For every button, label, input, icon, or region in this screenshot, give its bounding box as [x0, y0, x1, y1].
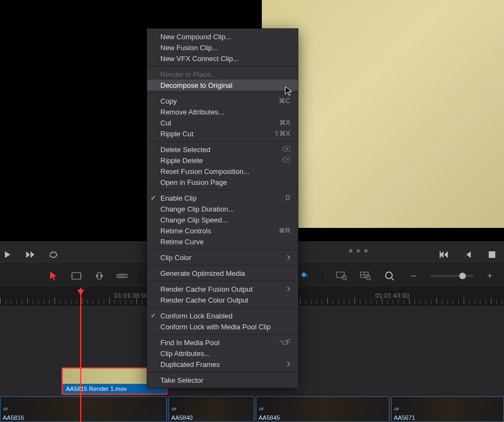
menu-item-label: Decompose to Original: [160, 81, 232, 89]
menu-item[interactable]: Delete Selected: [147, 144, 298, 155]
context-menu[interactable]: New Compound Clip...New Fusion Clip...Ne…: [147, 28, 298, 388]
menu-item-label: Ripple Cut: [160, 130, 194, 138]
menu-item-label: Generate Optimized Media: [160, 269, 245, 278]
menu-item-label: Retime Curve: [160, 238, 203, 246]
menu-item[interactable]: ✓Conform Lock Enabled: [147, 310, 298, 321]
menu-item: Render in Place...: [147, 69, 298, 80]
ripple-del-icon: [283, 156, 290, 164]
shortcut-label: D: [285, 194, 290, 202]
clip-name-label: AA5840: [171, 414, 193, 421]
timeline-clip[interactable]: AA5845: [256, 396, 389, 422]
menu-item-label: Retime Controls: [160, 227, 211, 235]
link-icon: [258, 406, 265, 414]
timecode-label: 01:01:43:00: [375, 292, 410, 299]
flag-icon[interactable]: [296, 268, 311, 284]
menu-item[interactable]: Cut⌘X: [147, 117, 298, 128]
check-icon: ✓: [151, 194, 156, 202]
toolbar-divider: [140, 269, 140, 283]
svg-rect-2: [72, 273, 81, 279]
menu-item-label: Render Cache Fusion Output: [160, 285, 253, 293]
menu-item-label: Render in Place...: [160, 70, 217, 79]
menu-item[interactable]: Duplicated Frames: [147, 359, 298, 370]
menu-item-label: Ripple Delete: [160, 156, 203, 165]
timeline-clip[interactable]: AA5671: [391, 396, 504, 422]
zoom-slider[interactable]: [430, 275, 473, 277]
menu-item[interactable]: Generate Optimized Media: [147, 268, 298, 279]
mouse-cursor-icon: [285, 86, 292, 96]
menu-item[interactable]: Render Cache Fusion Output: [147, 284, 298, 294]
zoom-out-icon[interactable]: −: [406, 268, 421, 284]
dynamic-trim-icon[interactable]: [92, 268, 107, 284]
menu-item[interactable]: New VFX Connect Clip...: [147, 53, 298, 64]
page-dots[interactable]: ‹›: [349, 249, 368, 252]
menu-item-label: Clip Attributes...: [160, 349, 210, 358]
timeline-clip[interactable]: AA5816: [0, 396, 167, 422]
menu-item[interactable]: ✓Enable ClipD: [147, 192, 298, 203]
chevron-right-icon: [287, 254, 290, 262]
timeline-clip[interactable]: AA5840: [169, 396, 254, 422]
link-icon: [171, 406, 177, 414]
play-icon[interactable]: [0, 247, 15, 262]
menu-item-label: New VFX Connect Clip...: [160, 55, 239, 63]
zoom-custom-icon[interactable]: [382, 268, 397, 284]
timecode-label: 01:01:39:00: [115, 292, 149, 299]
zoom-detail-icon[interactable]: [358, 268, 373, 284]
zoom-fit-icon[interactable]: [334, 268, 349, 284]
svg-rect-0: [440, 251, 441, 258]
svg-rect-5: [337, 272, 344, 278]
menu-item[interactable]: New Fusion Clip...: [147, 42, 298, 53]
menu-item[interactable]: Ripple Cut⇧⌘X: [147, 128, 298, 139]
menu-item-label: Take Selector: [160, 376, 203, 384]
menu-item-label: Open in Fusion Page: [160, 178, 227, 186]
menu-item[interactable]: Decompose to Original: [147, 80, 298, 91]
chevron-right-icon: [287, 360, 290, 369]
selection-tool-icon[interactable]: [46, 268, 61, 284]
menu-item[interactable]: Find In Media Pool⌥F: [147, 337, 298, 348]
menu-item-label: Change Clip Duration...: [160, 205, 234, 213]
menu-item[interactable]: Open in Fusion Page: [147, 177, 298, 188]
stop-icon[interactable]: [484, 247, 500, 262]
menu-item-label: Change Clip Speed...: [160, 216, 228, 224]
menu-item[interactable]: Change Clip Speed...: [147, 214, 298, 225]
shortcut-label: ⌘R: [279, 227, 290, 234]
menu-item[interactable]: Clip Color: [147, 252, 298, 263]
toolbar-divider: [322, 269, 323, 283]
menu-item[interactable]: Render Cache Color Output: [147, 294, 298, 305]
clip-name-label: AA5671: [394, 414, 415, 421]
next-icon[interactable]: [23, 247, 38, 262]
menu-item[interactable]: Retime Controls⌘R: [147, 225, 298, 236]
menu-item-label: Delete Selected: [160, 146, 211, 154]
menu-item-label: Duplicated Frames: [160, 360, 220, 369]
menu-item-label: Reset Fusion Composition...: [160, 167, 249, 176]
menu-item[interactable]: New Compound Clip...: [147, 31, 298, 42]
trim-tool-icon[interactable]: [69, 268, 84, 284]
first-frame-icon[interactable]: [436, 247, 452, 262]
menu-item[interactable]: Take Selector: [147, 375, 298, 385]
menu-item[interactable]: Change Clip Duration...: [147, 203, 298, 214]
menu-item[interactable]: Retime Curve: [147, 236, 298, 247]
playhead[interactable]: [80, 288, 81, 422]
shortcut-label: ⌘C: [279, 97, 290, 105]
svg-rect-1: [489, 251, 495, 258]
menu-item-label: Render Cache Color Output: [160, 296, 248, 304]
menu-item[interactable]: Remove Attributes...: [147, 106, 298, 117]
backspace-icon: [283, 146, 290, 153]
menu-item[interactable]: Ripple Delete: [147, 155, 298, 166]
zoom-in-icon[interactable]: +: [482, 268, 497, 284]
menu-item[interactable]: Clip Attributes...: [147, 348, 298, 359]
menu-item-label: Remove Attributes...: [160, 108, 224, 116]
loop-icon[interactable]: [46, 247, 61, 262]
clip-label: AA5815 Render 1.mov: [66, 385, 127, 392]
menu-item[interactable]: Copy⌘C: [147, 95, 298, 106]
blade-tool-icon[interactable]: [115, 268, 130, 284]
menu-item-label: Clip Color: [160, 254, 191, 262]
video-track[interactable]: AA5816AA5840AA5845AA5671: [0, 396, 504, 422]
menu-item[interactable]: Conform Lock with Media Pool Clip: [147, 321, 298, 332]
shortcut-label: ⌥F: [279, 339, 290, 346]
prev-frame-icon[interactable]: [460, 247, 476, 262]
menu-item-label: Cut: [160, 119, 171, 127]
link-icon: [393, 406, 400, 414]
clip-name-label: AA5816: [3, 414, 24, 421]
menu-item[interactable]: Reset Fusion Composition...: [147, 166, 298, 177]
svg-rect-3: [98, 273, 101, 279]
